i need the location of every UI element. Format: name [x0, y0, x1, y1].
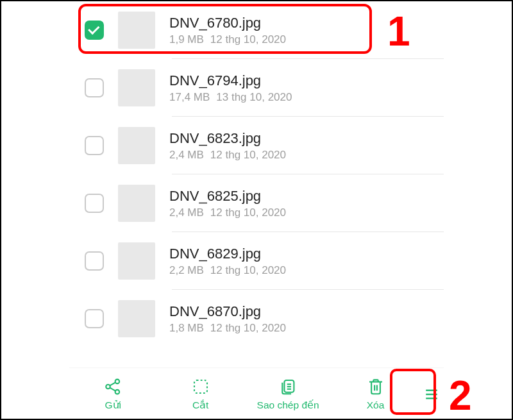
copy-button[interactable]: Sao chép đến [244, 368, 332, 420]
file-date: 12 thg 10, 2020 [210, 322, 286, 334]
trash-icon [366, 377, 385, 396]
svg-point-1 [115, 380, 120, 384]
checkbox-unchecked[interactable] [85, 194, 104, 213]
file-thumbnail [118, 12, 155, 49]
check-icon [88, 23, 99, 35]
file-subtext: 2,4 MB12 thg 10, 2020 [169, 149, 431, 162]
file-list: DNV_6780.jpg 1,9 MB12 thg 10, 2020 DNV_6… [69, 1, 444, 367]
copy-icon [278, 377, 298, 396]
file-date: 13 thg 10, 2020 [216, 91, 292, 103]
svg-line-3 [110, 382, 115, 385]
file-size: 2,4 MB [169, 206, 204, 219]
annotation-marker-1: 1 [387, 8, 410, 55]
svg-point-2 [115, 390, 120, 394]
file-subtext: 2,2 MB12 thg 10, 2020 [169, 264, 431, 277]
file-subtext: 2,4 MB12 thg 10, 2020 [169, 206, 431, 219]
file-size: 2,2 MB [169, 264, 204, 276]
file-row[interactable]: DNV_6825.jpg 2,4 MB12 thg 10, 2020 [69, 174, 444, 232]
file-thumbnail [118, 185, 155, 222]
cut-button[interactable]: Cắt [156, 368, 244, 420]
svg-rect-5 [194, 380, 207, 393]
svg-line-4 [110, 388, 115, 391]
file-name: DNV_6825.jpg [169, 188, 431, 205]
more-button[interactable] [419, 368, 444, 420]
file-size: 1,8 MB [169, 322, 204, 334]
cut-label: Cắt [192, 399, 209, 411]
file-subtext: 1,8 MB12 thg 10, 2020 [169, 322, 431, 335]
delete-label: Xóa [367, 399, 385, 411]
menu-icon [422, 385, 441, 404]
file-thumbnail [118, 69, 155, 106]
file-size: 17,4 MB [169, 91, 210, 103]
file-subtext: 17,4 MB13 thg 10, 2020 [169, 91, 431, 104]
file-name: DNV_6870.jpg [169, 303, 431, 320]
file-meta: DNV_6829.jpg 2,2 MB12 thg 10, 2020 [169, 246, 431, 277]
checkbox-unchecked[interactable] [85, 136, 104, 155]
phone-viewport: DNV_6780.jpg 1,9 MB12 thg 10, 2020 DNV_6… [69, 0, 444, 420]
file-name: DNV_6829.jpg [169, 246, 431, 262]
file-thumbnail [118, 127, 155, 164]
file-meta: DNV_6825.jpg 2,4 MB12 thg 10, 2020 [169, 188, 431, 219]
copy-label: Sao chép đến [257, 399, 319, 411]
file-meta: DNV_6794.jpg 17,4 MB13 thg 10, 2020 [169, 72, 431, 104]
file-row[interactable]: DNV_6823.jpg 2,4 MB12 thg 10, 2020 [69, 117, 444, 174]
share-icon [103, 377, 122, 396]
file-date: 12 thg 10, 2020 [210, 149, 286, 161]
svg-point-0 [106, 385, 110, 389]
file-row[interactable]: DNV_6870.jpg 1,8 MB12 thg 10, 2020 [69, 290, 444, 348]
file-meta: DNV_6870.jpg 1,8 MB12 thg 10, 2020 [169, 303, 431, 335]
checkbox-checked[interactable] [85, 21, 104, 40]
file-date: 12 thg 10, 2020 [210, 33, 286, 46]
file-row[interactable]: DNV_6794.jpg 17,4 MB13 thg 10, 2020 [69, 59, 444, 117]
file-row[interactable]: DNV_6829.jpg 2,2 MB12 thg 10, 2020 [69, 232, 444, 290]
send-button[interactable]: Gửi [69, 368, 156, 420]
bottom-toolbar: Gửi Cắt Sao chép đến Xóa [69, 367, 444, 420]
file-name: DNV_6794.jpg [169, 72, 431, 89]
delete-button[interactable]: Xóa [332, 368, 419, 420]
file-size: 1,9 MB [169, 33, 204, 46]
file-date: 12 thg 10, 2020 [210, 264, 286, 276]
send-label: Gửi [105, 399, 121, 411]
file-thumbnail [118, 242, 155, 280]
file-thumbnail [118, 300, 155, 337]
checkbox-unchecked[interactable] [85, 309, 104, 328]
file-meta: DNV_6823.jpg 2,4 MB12 thg 10, 2020 [169, 130, 431, 162]
file-name: DNV_6823.jpg [169, 130, 431, 147]
checkbox-unchecked[interactable] [85, 78, 104, 97]
checkbox-unchecked[interactable] [85, 251, 104, 271]
cut-icon [191, 377, 210, 396]
file-date: 12 thg 10, 2020 [210, 206, 286, 219]
file-size: 2,4 MB [169, 149, 204, 161]
annotation-marker-2: 2 [449, 372, 472, 419]
